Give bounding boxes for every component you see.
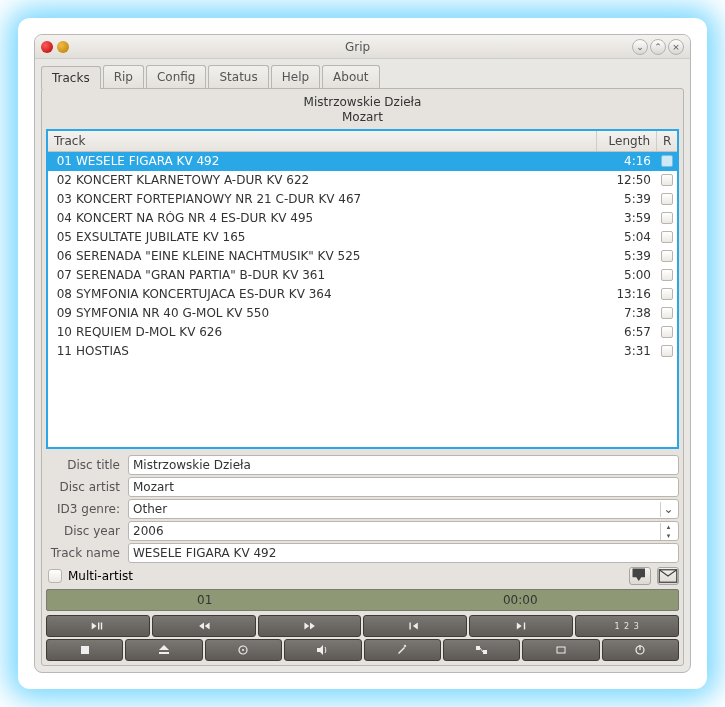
track-number: 05 — [48, 230, 76, 244]
save-down-icon — [630, 566, 650, 586]
track-rip-checkbox[interactable] — [661, 155, 673, 167]
tab-about[interactable]: About — [322, 65, 379, 88]
controls: 1 2 3 — [46, 615, 679, 661]
app-icon — [41, 41, 53, 53]
disc-form: Disc title Mistrzowskie Dzieła Disc arti… — [46, 455, 679, 585]
track-row[interactable]: 08SYMFONIA KONCERTUJACA ES-DUR KV 36413:… — [48, 285, 677, 304]
stop-button[interactable] — [46, 639, 123, 661]
genre-select[interactable]: Other ⌄ — [128, 499, 679, 519]
svg-rect-4 — [524, 623, 525, 630]
track-rip-checkbox[interactable] — [661, 307, 673, 319]
mail-disc-info-button[interactable] — [657, 567, 679, 585]
tab-help[interactable]: Help — [271, 65, 320, 88]
genre-value: Other — [133, 502, 167, 516]
track-rip-checkbox[interactable] — [661, 269, 673, 281]
toggle-minimal-button[interactable] — [522, 639, 599, 661]
controls-row-1: 1 2 3 — [46, 615, 679, 637]
track-length: 5:39 — [597, 249, 657, 263]
scan-disc-button[interactable] — [205, 639, 282, 661]
prev-track-button[interactable] — [363, 615, 467, 637]
next-track-button[interactable] — [469, 615, 573, 637]
track-rip-checkbox[interactable] — [661, 193, 673, 205]
tab-tracks[interactable]: Tracks — [41, 66, 101, 89]
playback-track: 01 — [47, 593, 363, 607]
track-length: 5:04 — [597, 230, 657, 244]
track-row[interactable]: 10REQUIEM D-MOL KV 6266:57 — [48, 323, 677, 342]
track-rip-checkbox[interactable] — [661, 174, 673, 186]
track-length: 3:31 — [597, 344, 657, 358]
window: Grip ⌄ ⌃ × Tracks Rip Config Status Help… — [34, 34, 691, 673]
track-row[interactable]: 11HOSTIAS3:31 — [48, 342, 677, 361]
track-body[interactable]: 01WESELE FIGARA KV 4924:1602KONCERT KLAR… — [48, 152, 677, 447]
track-length: 5:00 — [597, 268, 657, 282]
col-rip[interactable]: R — [657, 131, 677, 151]
playback-progress[interactable]: 01 00:00 — [46, 589, 679, 611]
track-length: 3:59 — [597, 211, 657, 225]
volume-button[interactable] — [284, 639, 361, 661]
rip-tracks-button[interactable] — [443, 639, 520, 661]
track-title: REQUIEM D-MOL KV 626 — [76, 325, 597, 339]
track-row[interactable]: 05EXSULTATE JUBILATE KV 1655:04 — [48, 228, 677, 247]
svg-rect-14 — [640, 645, 641, 650]
spin-up-icon[interactable]: ▴ — [661, 523, 676, 532]
tab-rip[interactable]: Rip — [103, 65, 144, 88]
quit-button[interactable] — [602, 639, 679, 661]
track-rip-checkbox[interactable] — [661, 345, 673, 357]
track-row[interactable]: 02KONCERT KLARNETOWY A-DUR KV 62212:50 — [48, 171, 677, 190]
track-row[interactable]: 04KONCERT NA RÓG NR 4 ES-DUR KV 4953:59 — [48, 209, 677, 228]
year-input[interactable]: 2006 ▴ ▾ — [128, 521, 679, 541]
eject-button[interactable] — [125, 639, 202, 661]
close-button[interactable]: × — [668, 39, 684, 55]
tab-status[interactable]: Status — [208, 65, 268, 88]
svg-rect-12 — [557, 647, 565, 653]
multi-artist-label: Multi-artist — [68, 569, 133, 583]
track-row[interactable]: 06SERENADA "EINE KLEINE NACHTMUSIK" KV 5… — [48, 247, 677, 266]
track-select-button[interactable]: 1 2 3 — [575, 615, 679, 637]
svg-rect-3 — [410, 623, 411, 630]
track-rip-checkbox[interactable] — [661, 250, 673, 262]
chevron-down-icon[interactable]: ⌄ — [660, 502, 676, 517]
track-rip-checkbox[interactable] — [661, 288, 673, 300]
disc-artist-input[interactable]: Mozart — [128, 477, 679, 497]
edit-button[interactable] — [364, 639, 441, 661]
svg-rect-11 — [483, 650, 487, 654]
controls-row-2 — [46, 639, 679, 661]
spin-down-icon[interactable]: ▾ — [661, 532, 676, 541]
track-row[interactable]: 07SERENADA "GRAN PARTIA" B-DUR KV 3615:0… — [48, 266, 677, 285]
album-title: Mistrzowskie Dzieła — [46, 95, 679, 110]
track-rip-checkbox[interactable] — [661, 326, 673, 338]
svg-point-8 — [242, 649, 244, 651]
multi-artist-checkbox[interactable] — [48, 569, 62, 583]
year-spinner[interactable]: ▴ ▾ — [660, 523, 676, 540]
track-number: 11 — [48, 344, 76, 358]
play-pause-button[interactable] — [46, 615, 150, 637]
content-pane: Mistrzowskie Dzieła Mozart Track Length … — [41, 88, 684, 666]
track-header: Track Length R — [48, 131, 677, 152]
track-name-input[interactable]: WESELE FIGARA KV 492 — [128, 543, 679, 563]
titlebar-right: ⌄ ⌃ × — [614, 39, 684, 55]
col-track[interactable]: Track — [48, 131, 597, 151]
track-list: Track Length R 01WESELE FIGARA KV 4924:1… — [46, 129, 679, 449]
maximize-button[interactable]: ⌃ — [650, 39, 666, 55]
col-length[interactable]: Length — [597, 131, 657, 151]
track-title: WESELE FIGARA KV 492 — [76, 154, 597, 168]
minimize-button[interactable]: ⌄ — [632, 39, 648, 55]
track-number: 04 — [48, 211, 76, 225]
track-row[interactable]: 03KONCERT FORTEPIANOWY NR 21 C-DUR KV 46… — [48, 190, 677, 209]
track-row[interactable]: 01WESELE FIGARA KV 4924:16 — [48, 152, 677, 171]
save-disc-info-button[interactable] — [629, 567, 651, 585]
forward-button[interactable] — [258, 615, 362, 637]
svg-rect-2 — [101, 623, 102, 630]
track-rip-checkbox[interactable] — [661, 231, 673, 243]
rewind-button[interactable] — [152, 615, 256, 637]
track-title: SERENADA "GRAN PARTIA" B-DUR KV 361 — [76, 268, 597, 282]
track-title: KONCERT FORTEPIANOWY NR 21 C-DUR KV 467 — [76, 192, 597, 206]
track-rip-checkbox[interactable] — [661, 212, 673, 224]
disc-title-input[interactable]: Mistrzowskie Dzieła — [128, 455, 679, 475]
titlebar-left — [41, 41, 101, 53]
tab-config[interactable]: Config — [146, 65, 207, 88]
disc-artist-label: Disc artist — [46, 480, 124, 494]
track-row[interactable]: 09SYMFONIA NR 40 G-MOL KV 5507:38 — [48, 304, 677, 323]
secondary-icon — [57, 41, 69, 53]
disc-title-label: Disc title — [46, 458, 124, 472]
